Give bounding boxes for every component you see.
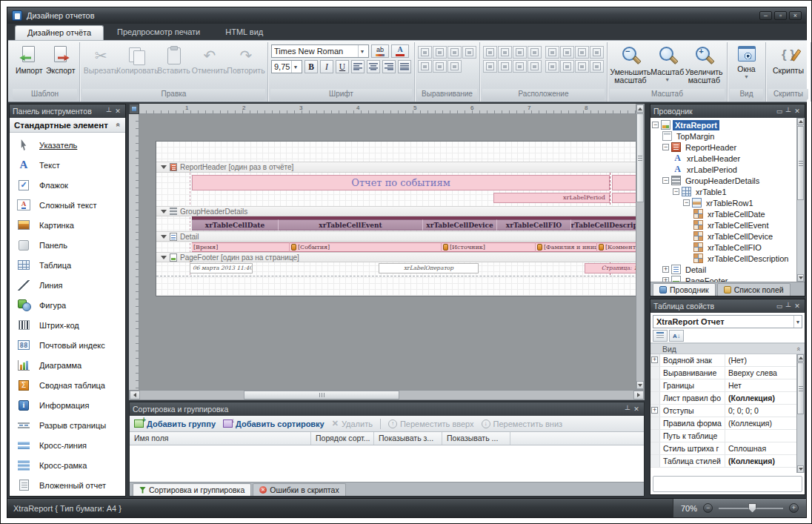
property-row[interactable]: Путь к таблице xyxy=(650,430,805,442)
align-centers-button[interactable] xyxy=(433,46,447,59)
band-page-footer[interactable]: PageFooter [один раз на странице] xyxy=(156,252,636,262)
table-header-cell[interactable]: xrTableCellDate xyxy=(192,219,279,231)
center-vertically-button[interactable] xyxy=(483,60,497,73)
tab-html-view[interactable]: HTML вид xyxy=(213,25,275,40)
align-text-justify-button[interactable] xyxy=(398,60,411,73)
align-text-left-button[interactable] xyxy=(351,60,365,73)
column-header[interactable]: Показывать з... xyxy=(374,432,442,445)
collapse-triangle-icon[interactable] xyxy=(161,165,167,169)
scrollbar-thumb[interactable] xyxy=(636,113,644,202)
period-label-overflow[interactable] xyxy=(612,193,636,203)
tree-node[interactable]: xrTableRow1 xyxy=(652,197,805,208)
align-middles-button[interactable] xyxy=(433,60,447,73)
collapse-expander[interactable] xyxy=(683,199,690,206)
tab-report-explorer[interactable]: Проводник xyxy=(653,283,716,296)
scrollbar-thumb[interactable] xyxy=(244,391,399,399)
zoom-out-button[interactable]: Уменьшить масштаб xyxy=(610,44,650,84)
paste-button[interactable]: Вставить xyxy=(156,44,191,75)
undo-button[interactable]: ↶ Отменить xyxy=(192,44,227,75)
space-vertically-button[interactable] xyxy=(498,60,512,73)
float-icon[interactable] xyxy=(775,107,784,116)
toolbox-item-crossband-box[interactable]: Кросс-рамка xyxy=(10,455,125,475)
tree-node[interactable]: TopMargin xyxy=(652,130,805,142)
chevron-down-icon[interactable]: ▼ xyxy=(291,61,299,73)
zoom-button[interactable]: Масштаб ▼ xyxy=(650,44,685,82)
property-row[interactable]: Отступы0; 0; 0; 0 xyxy=(650,405,805,417)
property-row[interactable]: Стиль штриха гСплошная xyxy=(650,442,805,455)
expand-expander[interactable] xyxy=(662,277,669,282)
table-header-cell[interactable]: xrTableCellFIO xyxy=(497,219,571,231)
toolbox-item-panel[interactable]: Панель xyxy=(10,235,125,255)
detail-cell[interactable]: [Фамилия и инициалы] xyxy=(536,242,597,252)
align-tops-button[interactable] xyxy=(418,60,432,73)
maximize-button[interactable] xyxy=(774,11,787,20)
increase-vspacing-button[interactable] xyxy=(513,60,527,73)
center-in-window-button[interactable] xyxy=(545,60,559,73)
export-button[interactable]: Экспорт xyxy=(45,44,77,75)
align-lefts-button[interactable] xyxy=(418,46,432,59)
report-page[interactable]: ReportHeader [один раз в отчёте] Отчет п… xyxy=(156,141,636,296)
table-header-cell[interactable]: xrTableCellEvent xyxy=(279,219,423,231)
increase-hspacing-button[interactable] xyxy=(575,46,589,59)
scroll-up-arrow[interactable] xyxy=(636,105,644,113)
decrease-hspacing-button[interactable] xyxy=(590,46,604,59)
tree-node[interactable]: xrTableCellFIO xyxy=(652,242,805,253)
toolbox-item-text[interactable]: Текст xyxy=(10,155,125,175)
scroll-up-arrow[interactable] xyxy=(797,354,804,362)
scroll-down-arrow[interactable] xyxy=(636,381,644,389)
chevron-down-icon[interactable]: ▼ xyxy=(358,45,366,57)
column-header[interactable]: Показывать ... xyxy=(442,432,510,445)
table-header-cell[interactable]: xrTableCellDevice xyxy=(423,219,497,231)
alphabetical-view-button[interactable] xyxy=(669,330,684,342)
toolbox-item-pivot[interactable]: Сводная таблица xyxy=(10,375,125,395)
design-horizontal-scrollbar[interactable] xyxy=(129,390,645,400)
collapse-triangle-icon[interactable] xyxy=(161,210,167,213)
category-appearance[interactable]: Вид xyxy=(650,343,805,354)
align-to-grid-button[interactable] xyxy=(462,46,476,59)
categorized-view-button[interactable] xyxy=(653,330,668,342)
minimize-button[interactable] xyxy=(759,11,772,20)
column-header[interactable]: Порядок сорт... xyxy=(311,432,374,445)
tree-node[interactable]: xrTableCellDate xyxy=(652,208,805,219)
font-color-button[interactable]: A xyxy=(391,44,409,58)
collapse-triangle-icon[interactable] xyxy=(161,235,167,239)
close-icon[interactable] xyxy=(793,302,802,311)
toolbox-item-pointer[interactable]: Указатель xyxy=(10,135,125,155)
toolbox-item-zipcode[interactable]: Почтовый индекс xyxy=(10,335,125,355)
send-to-back-button[interactable] xyxy=(590,60,604,73)
scroll-right-arrow[interactable] xyxy=(633,391,644,399)
zoom-out-button[interactable] xyxy=(703,503,713,513)
tree-node[interactable]: PageFooter xyxy=(652,275,805,282)
zoom-slider-track[interactable] xyxy=(719,508,783,509)
move-down-button[interactable]: Переместить вниз xyxy=(482,419,563,428)
move-up-button[interactable]: Переместить вверх xyxy=(388,419,474,428)
toolbox-item-line[interactable]: Линия xyxy=(10,275,125,295)
windows-button[interactable]: Окна ▼ xyxy=(731,44,762,79)
bring-to-front-button[interactable] xyxy=(575,60,589,73)
align-bottoms-button[interactable] xyxy=(447,60,462,73)
align-rights-button[interactable] xyxy=(447,46,462,59)
explorer-scrollbar[interactable] xyxy=(796,118,805,282)
toolbox-item-table[interactable]: Таблица xyxy=(10,255,125,275)
close-icon[interactable] xyxy=(793,107,802,116)
sorting-list-body[interactable] xyxy=(130,445,644,482)
pin-icon[interactable] xyxy=(104,107,113,116)
toolbox-item-shape[interactable]: Фигура xyxy=(10,295,125,315)
design-vertical-scrollbar[interactable] xyxy=(636,104,645,390)
tree-node[interactable]: GroupHeaderDetails xyxy=(652,175,805,186)
property-row[interactable]: Водяной знак(Нет) xyxy=(650,354,805,367)
report-title-label[interactable]: Отчет по событиям xyxy=(192,175,610,190)
copy-button[interactable]: Копировать xyxy=(119,44,156,75)
text-highlight-button[interactable]: ab xyxy=(371,44,389,58)
space-horizontally-button[interactable] xyxy=(560,46,574,59)
toolbox-item-info[interactable]: Информация xyxy=(10,395,125,415)
expand-expander[interactable] xyxy=(651,407,658,414)
footer-page-number-label[interactable]: Страница: 1 / 1 xyxy=(585,263,636,273)
bold-button[interactable]: B xyxy=(304,60,318,73)
band-detail[interactable]: Detail xyxy=(156,231,636,242)
scripts-button[interactable]: Скрипты xyxy=(769,44,808,75)
float-icon[interactable] xyxy=(775,302,784,311)
properties-scrollbar[interactable] xyxy=(796,354,805,473)
tree-node[interactable]: xrTableCellDescription xyxy=(652,253,805,264)
property-row[interactable]: ВыравниваниеВверху слева xyxy=(650,367,805,379)
